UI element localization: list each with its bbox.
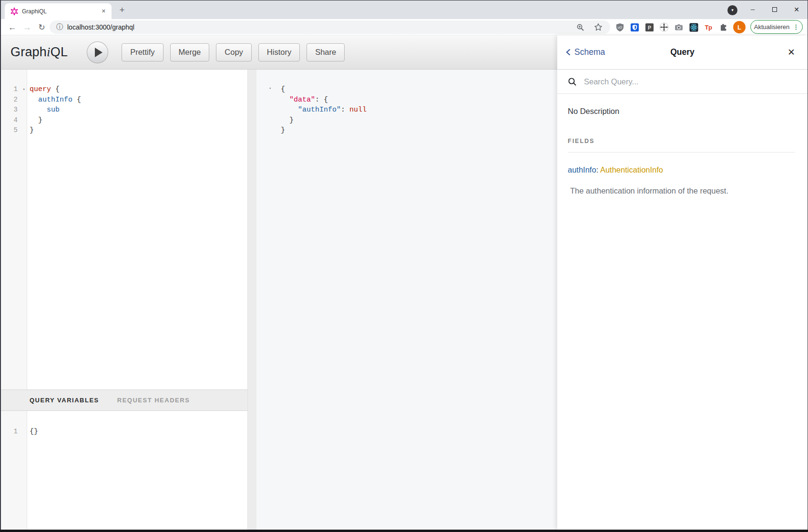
camera-extension-icon[interactable]: [674, 22, 684, 32]
browser-update-button[interactable]: Aktualisieren ⋮: [750, 20, 803, 34]
doc-search-input[interactable]: [583, 77, 736, 87]
code-line[interactable]: }: [28, 115, 247, 126]
svg-text:uO: uO: [618, 25, 622, 29]
fold-arrow-icon[interactable]: ▾: [23, 85, 25, 95]
zoom-indicator-icon[interactable]: [576, 23, 584, 31]
browser-nav-buttons: ← → ↻: [5, 19, 49, 35]
url-text[interactable]: localhost:3000/graphql: [67, 23, 576, 31]
extensions-puzzle-icon[interactable]: [718, 22, 728, 32]
fields-heading: FIELDS: [568, 138, 797, 144]
toolbar-buttons: Prettify Merge Copy History Share: [122, 43, 345, 61]
code-line[interactable]: authInfo {: [28, 95, 247, 105]
tab-title: GraphiQL: [22, 8, 100, 15]
code-line[interactable]: {}: [28, 427, 247, 437]
fold-arrow-icon[interactable]: ▾: [269, 86, 271, 91]
window-border: [0, 0, 808, 0]
query-editor[interactable]: 1▾ 2 3 4 5 query { authInfo { sub } }: [0, 70, 247, 389]
p-extension-icon[interactable]: P: [644, 22, 654, 32]
variables-editor-gutter: 1: [0, 411, 27, 530]
code-line[interactable]: sub: [28, 105, 247, 115]
bitwarden-icon[interactable]: [630, 22, 639, 32]
variables-tab-bar: QUERY VARIABLES REQUEST HEADERS: [0, 389, 247, 411]
variables-code[interactable]: {}: [28, 411, 247, 530]
doc-explorer-panel: Schema Query ✕ No Description FIELDS aut…: [557, 35, 808, 530]
result-json: { "data": { "authInfo": null } }: [256, 70, 557, 136]
doc-panel-title: Query: [557, 35, 808, 69]
result-line: {: [279, 84, 557, 95]
window-border: [0, 530, 808, 532]
window-controls: ─ ✕: [742, 0, 808, 19]
doc-explorer-header: Schema Query ✕: [557, 35, 808, 70]
graphql-favicon-icon: [10, 8, 18, 15]
result-line: "authInfo": null: [279, 105, 557, 115]
result-line: }: [279, 115, 557, 126]
reload-button[interactable]: ↻: [34, 22, 49, 32]
field-type-link[interactable]: AuthenticationInfo: [600, 165, 663, 174]
tampermonkey-icon[interactable]: Tp: [704, 22, 713, 32]
react-devtools-icon[interactable]: [689, 22, 698, 32]
forward-button[interactable]: →: [20, 22, 34, 32]
browser-tab[interactable]: GraphiQL ✕: [5, 3, 112, 19]
search-icon: [568, 77, 577, 86]
browser-tab-strip: GraphiQL ✕ + ▾ ─ ✕: [0, 0, 808, 19]
update-button-label: Aktualisieren: [754, 23, 789, 31]
prettify-button[interactable]: Prettify: [122, 43, 163, 61]
site-info-icon[interactable]: ⓘ: [56, 23, 63, 31]
field-row-authinfo: authInfo: AuthenticationInfo: [568, 165, 797, 174]
share-button[interactable]: Share: [307, 43, 345, 61]
address-bar-actions: [576, 23, 603, 31]
code-line[interactable]: }: [28, 125, 247, 136]
code-line[interactable]: query {: [28, 84, 247, 95]
copy-button[interactable]: Copy: [216, 43, 252, 61]
tab-request-headers[interactable]: REQUEST HEADERS: [117, 397, 190, 404]
graphiql-logo: GraphiQL: [10, 45, 68, 60]
minimize-button[interactable]: ─: [742, 0, 764, 19]
fields-divider: [568, 152, 795, 153]
field-name-link[interactable]: authInfo: [568, 165, 596, 174]
result-line: "data": {: [279, 95, 557, 105]
field-description: The authentication information of the re…: [568, 186, 797, 195]
graphiql-toolbar: GraphiQL Prettify Merge Copy History Sha…: [0, 35, 557, 70]
crosshair-extension-icon[interactable]: [659, 22, 669, 32]
result-line: }: [279, 125, 557, 136]
profile-avatar[interactable]: L: [733, 21, 746, 33]
maximize-icon: [772, 7, 777, 12]
doc-panel-body: No Description FIELDS authInfo: Authenti…: [557, 107, 808, 195]
pane-resize-handle[interactable]: [247, 70, 256, 530]
merge-button[interactable]: Merge: [170, 43, 210, 61]
bookmark-star-icon[interactable]: [594, 23, 603, 31]
extension-icons: uO P Tp L: [615, 19, 746, 35]
result-pane: ▾ { "data": { "authInfo": null } }: [256, 70, 557, 530]
close-window-button[interactable]: ✕: [786, 0, 808, 19]
doc-close-icon[interactable]: ✕: [788, 35, 795, 69]
svg-text:P: P: [648, 25, 651, 30]
tab-query-variables[interactable]: QUERY VARIABLES: [30, 397, 99, 404]
maximize-button[interactable]: [764, 0, 786, 19]
variables-editor[interactable]: 1 {}: [0, 411, 247, 530]
query-editor-gutter: 1▾ 2 3 4 5: [0, 70, 27, 389]
ublock-shield-icon[interactable]: uO: [615, 22, 624, 32]
browser-menu-icon[interactable]: ⋮: [793, 23, 799, 31]
query-code[interactable]: query { authInfo { sub } }: [28, 70, 247, 389]
query-pane: 1▾ 2 3 4 5 query { authInfo { sub } } QU…: [0, 70, 247, 530]
doc-search-row: [557, 70, 808, 94]
execute-query-button[interactable]: [87, 41, 108, 63]
history-button[interactable]: History: [258, 43, 300, 61]
window-border: [0, 0, 1, 532]
new-tab-button[interactable]: +: [116, 4, 128, 16]
browser-window: GraphiQL ✕ + ▾ ─ ✕ ← → ↻ ⓘ localhost:300…: [0, 0, 808, 532]
browser-update-badge-icon[interactable]: ▾: [727, 5, 737, 15]
back-button[interactable]: ←: [5, 22, 20, 32]
schema-description: No Description: [568, 107, 797, 116]
tab-close-icon[interactable]: ✕: [100, 7, 108, 15]
address-bar[interactable]: ⓘ localhost:3000/graphql: [50, 20, 610, 34]
play-icon: [95, 48, 102, 57]
